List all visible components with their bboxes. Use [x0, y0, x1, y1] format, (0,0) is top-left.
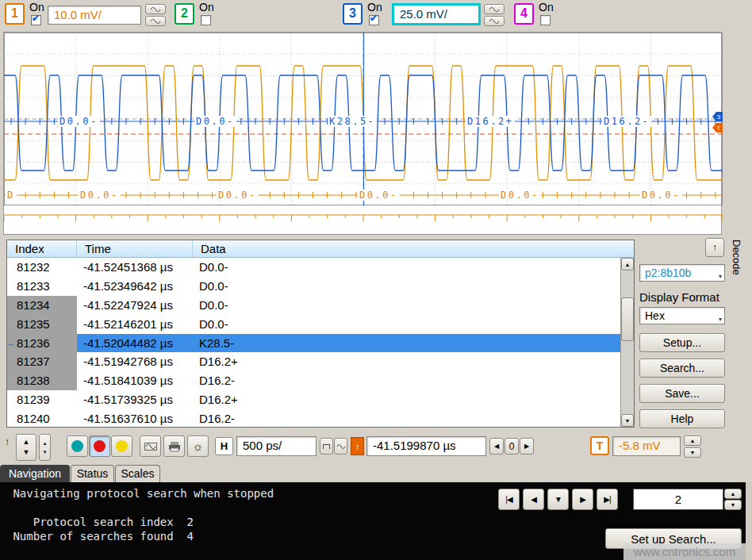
zoom-wave-button[interactable] [320, 438, 333, 455]
cell-index[interactable]: 81234 [7, 296, 77, 315]
help-button[interactable]: Help [639, 409, 725, 428]
table-row[interactable]: 81234-41.52247924 µsD0.0- [7, 296, 620, 315]
cell-index[interactable]: 81236 [7, 334, 77, 353]
watermark: www.cntronics.com [623, 543, 746, 560]
cell-data[interactable]: D0.0- [193, 315, 620, 334]
cell-index[interactable]: 81235 [7, 315, 77, 334]
cell-index[interactable]: 81233 [7, 277, 77, 296]
decode-source-value: p2:8b10b [645, 267, 691, 279]
pan-right-icon[interactable]: ▶ [520, 438, 534, 455]
cell-time[interactable]: -41.52247924 µs [77, 296, 193, 315]
tab-navigation[interactable]: Navigation [0, 465, 70, 482]
channel-1-on-checkbox[interactable]: ✔ [31, 15, 41, 25]
table-row[interactable]: 81237-41.51942768 µsD16.2+ [7, 352, 620, 371]
sine-icon [489, 6, 500, 13]
cell-index[interactable]: 81232 [7, 258, 77, 277]
trigger-level-up-icon[interactable]: ▲ [684, 435, 701, 446]
decode-label: D [6, 190, 17, 201]
search-index-up-icon[interactable]: ▲ [724, 489, 742, 499]
channel-3-scale-field[interactable]: 25.0 mV/ [392, 3, 481, 25]
search-prev-button[interactable]: ◀ [523, 489, 544, 510]
channel-1-scale-field[interactable]: 10.0 mV/ [48, 6, 141, 25]
waveform-display[interactable]: 3T D0.0-D0.0-K28.5-D16.2+D16.2-DD0.0-D0.… [3, 32, 722, 235]
table-row[interactable]: 81239-41.51739325 µsD16.2+ [7, 390, 620, 409]
cell-time[interactable]: -41.51942768 µs [77, 352, 193, 371]
scrollbar-up-icon[interactable]: ▲ [621, 258, 634, 270]
trigger-button[interactable]: T [590, 436, 609, 455]
cell-data[interactable]: D16.2- [193, 371, 620, 390]
search-last-button[interactable]: ▶| [597, 489, 618, 510]
save-button[interactable]: Save... [639, 384, 725, 403]
cell-time[interactable]: -41.52349642 µs [77, 277, 193, 296]
channel-4-button[interactable]: 4 [514, 3, 534, 25]
autoscale-button[interactable] [140, 435, 161, 457]
tab-status[interactable]: Status [71, 465, 114, 482]
channel-1-scale-up-button[interactable] [145, 4, 166, 14]
channel-2-on-checkbox[interactable]: ✔ [201, 15, 211, 25]
cell-index[interactable]: 81238 [7, 371, 77, 390]
search-index-down-icon[interactable]: ▼ [724, 500, 742, 510]
cell-time[interactable]: -41.52044482 µs [77, 334, 193, 353]
display-format-dropdown[interactable]: Hex ▾ [639, 307, 725, 324]
vertical-pan-button[interactable]: ▲▼ [16, 434, 36, 461]
table-row[interactable]: 81232-41.52451368 µsD0.0- [7, 258, 620, 277]
setup-button[interactable]: Setup... [639, 333, 725, 352]
trigger-marker-icon[interactable]: ↑ [351, 437, 364, 455]
horizontal-button[interactable]: H [215, 437, 233, 455]
channel-3-scale-down-button[interactable] [484, 16, 505, 26]
channel-2-button[interactable]: 2 [175, 3, 194, 25]
cell-data[interactable]: D16.2+ [193, 352, 620, 371]
table-row[interactable]: 81235-41.52146201 µsD0.0- [7, 315, 620, 334]
stop-button[interactable] [89, 435, 110, 457]
cell-time[interactable]: -41.51841039 µs [77, 371, 193, 390]
sine-wave-button[interactable] [334, 438, 347, 455]
cell-data[interactable]: D16.2+ [193, 390, 620, 409]
channel-3-button[interactable]: 3 [343, 3, 363, 25]
cell-time[interactable]: -41.51739325 µs [77, 390, 193, 409]
stop-circle-icon [94, 440, 106, 452]
channel-3-on-checkbox[interactable]: ✔ [369, 15, 379, 25]
cell-index[interactable]: 81237 [7, 352, 77, 371]
channel-1-scale-down-button[interactable] [145, 16, 166, 26]
search-stop-button[interactable]: ▼ [547, 489, 569, 510]
cell-index[interactable]: 81240 [7, 409, 77, 427]
cell-data[interactable]: D16.2- [193, 409, 620, 427]
run-button[interactable] [67, 435, 88, 457]
table-row[interactable]: 81238-41.51841039 µsD16.2- [7, 371, 620, 390]
search-first-button[interactable]: |◀ [498, 489, 520, 510]
single-button[interactable] [111, 435, 132, 457]
table-row[interactable]: 81233-41.52349642 µsD0.0- [7, 277, 620, 296]
search-next-button[interactable]: ▶ [572, 489, 593, 510]
table-row[interactable]: 81236-41.52044482 µsK28.5-↔ [7, 334, 620, 353]
fine-pan-button[interactable]: ▴▾ [39, 434, 51, 461]
decode-source-dropdown[interactable]: p2:8b10b ▾ [639, 264, 725, 282]
cell-time[interactable]: -41.52146201 µs [77, 315, 193, 334]
tab-scales[interactable]: Scales [115, 465, 160, 482]
table-scrollbar[interactable]: ▲ ▼ [620, 258, 634, 427]
trigger-level-down-icon[interactable]: ▼ [684, 447, 701, 458]
cell-data[interactable]: D0.0- [193, 296, 620, 315]
cell-data[interactable]: K28.5- [193, 334, 620, 353]
channel-1-button[interactable]: 1 [5, 3, 25, 25]
scroll-to-top-button[interactable]: ↑ [705, 238, 724, 257]
horizontal-position-field[interactable]: -41.5199870 µs [366, 436, 486, 456]
trigger-level-field[interactable]: -5.8 mV [612, 436, 681, 456]
print-button[interactable] [163, 435, 185, 457]
channel-3-scale-up-button[interactable] [484, 4, 505, 14]
zero-position-button[interactable]: 0 [505, 438, 519, 455]
search-index-field[interactable]: 2 [633, 489, 723, 510]
channel-4-on-checkbox[interactable]: ✔ [540, 15, 551, 25]
cell-data[interactable]: D0.0- [193, 277, 620, 296]
scrollbar-down-icon[interactable]: ▼ [621, 414, 634, 427]
cell-time[interactable]: -41.51637610 µs [77, 409, 193, 427]
cell-index[interactable]: 81239 [7, 390, 77, 409]
channel-4-on-label: On [539, 1, 564, 13]
timebase-scale-field[interactable]: 500 ps/ [236, 436, 317, 456]
scrollbar-thumb[interactable] [621, 297, 634, 341]
cell-data[interactable]: D0.0- [193, 258, 620, 277]
display-settings-button[interactable]: ☼ [187, 435, 209, 457]
search-button[interactable]: Search... [639, 359, 725, 378]
pan-left-icon[interactable]: ◀ [489, 438, 504, 455]
table-row[interactable]: 81240-41.51637610 µsD16.2- [7, 409, 620, 427]
cell-time[interactable]: -41.52451368 µs [77, 258, 193, 277]
